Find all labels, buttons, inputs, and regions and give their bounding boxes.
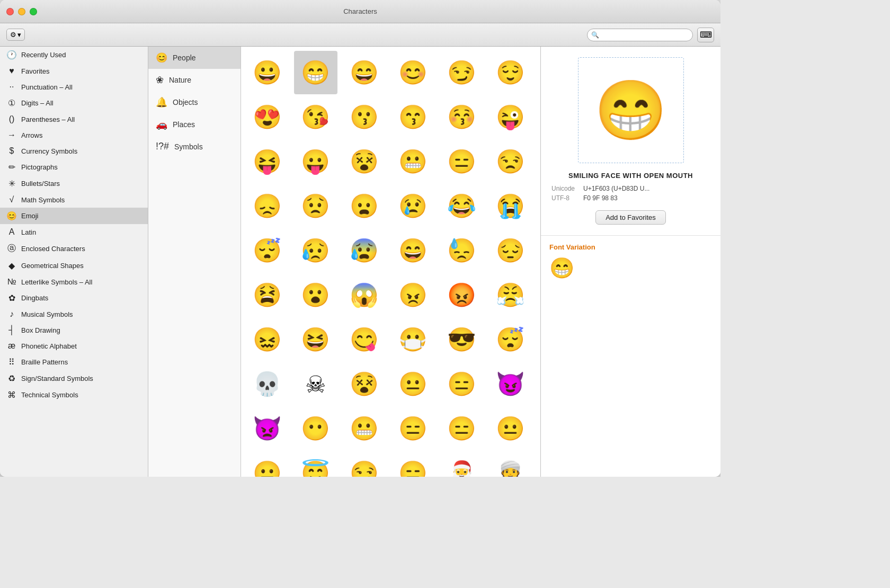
emoji-cell[interactable]: 🎅 [440, 451, 483, 477]
emoji-cell[interactable]: 😵 [343, 140, 386, 183]
emoji-cell[interactable]: 😇 [294, 451, 337, 477]
emoji-cell[interactable]: 😰 [343, 229, 386, 272]
sidebar-item-geometrical[interactable]: ◆ Geometrical Shapes [0, 257, 148, 274]
emoji-cell[interactable]: 😡 [440, 273, 483, 317]
emoji-cell[interactable]: 😐 [488, 407, 532, 450]
emoji-cell[interactable]: ☠ [294, 362, 337, 406]
emoji-cell[interactable]: 😐 [391, 362, 435, 406]
emoji-cell[interactable]: 😵 [343, 362, 386, 406]
emoji-cell[interactable]: 😑 [440, 140, 483, 183]
emoji-cell[interactable]: 😛 [294, 140, 337, 183]
emoji-cell[interactable]: 😄 [343, 51, 386, 94]
emoji-cell[interactable]: 😙 [391, 95, 435, 139]
emoji-cell[interactable]: 😷 [391, 318, 435, 361]
sidebar-item-phonetic[interactable]: æ Phonetic Alphabet [0, 338, 148, 354]
emoji-cell[interactable]: 😑 [440, 407, 483, 450]
cat-icon-symbols: !?# [156, 141, 169, 152]
emoji-cell[interactable]: 😢 [391, 184, 435, 228]
emoji-cell[interactable]: 😓 [440, 229, 483, 272]
sidebar-item-emoji[interactable]: 😊 Emoji [0, 208, 148, 224]
sidebar-item-recently-used[interactable]: 🕐 Recently Used [0, 47, 148, 63]
sidebar-item-digits[interactable]: ① Digits – All [0, 95, 148, 111]
emoji-cell[interactable]: 😏 [440, 51, 483, 94]
sidebar-item-dingbats[interactable]: ✿ Dingbats [0, 290, 148, 306]
sidebar-item-letterlike[interactable]: № Letterlike Symbols – All [0, 274, 148, 290]
sidebar-item-punctuation[interactable]: ·· Punctuation – All [0, 79, 148, 95]
emoji-grid-container[interactable]: 😀😁😄😊😏😌😍😘😗😙😚😜😝😛😵😬😑😒😞😟😦😢😂😭😴😥😰😄😓😔😫😮😱😠😡😤😖😆😋😷… [241, 47, 540, 477]
sidebar-icon-letterlike: № [6, 277, 17, 287]
emoji-cell[interactable]: 😒 [488, 140, 532, 183]
sidebar-item-math[interactable]: √ Math Symbols [0, 192, 148, 208]
keyboard-button[interactable]: ⌨ [697, 28, 714, 42]
emoji-cell[interactable]: 😶 [294, 407, 337, 450]
emoji-cell[interactable]: 😱 [343, 273, 386, 317]
category-item-nature[interactable]: ❀ Nature [148, 69, 241, 91]
emoji-cell[interactable]: 😁 [294, 51, 337, 94]
sidebar-item-sign-standard[interactable]: ♻ Sign/Standard Symbols [0, 370, 148, 387]
category-item-objects[interactable]: 🔔 Objects [148, 91, 241, 113]
emoji-cell[interactable]: 😀 [245, 51, 289, 94]
emoji-cell[interactable]: 😐 [245, 451, 289, 477]
emoji-cell[interactable]: 👿 [245, 407, 289, 450]
emoji-cell[interactable]: 😑 [391, 407, 435, 450]
emoji-cell[interactable]: 😠 [391, 273, 435, 317]
emoji-cell[interactable]: 😦 [343, 184, 386, 228]
search-input[interactable] [587, 29, 693, 41]
minimize-button[interactable] [18, 8, 25, 15]
sidebar-icon-technical: ⌘ [6, 390, 17, 400]
sidebar-item-braille[interactable]: ⠿ Braille Patterns [0, 354, 148, 370]
emoji-cell[interactable]: 😟 [294, 184, 337, 228]
sidebar-item-parentheses[interactable]: () Parentheses – All [0, 111, 148, 127]
sidebar-item-favorites[interactable]: ♥ Favorites [0, 63, 148, 79]
emoji-cell[interactable]: 😫 [245, 273, 289, 317]
emoji-cell[interactable]: 😮 [294, 273, 337, 317]
emoji-cell[interactable]: 😭 [488, 184, 532, 228]
close-button[interactable] [6, 8, 14, 15]
emoji-cell[interactable]: 😥 [294, 229, 337, 272]
emoji-cell[interactable]: 😗 [343, 95, 386, 139]
emoji-cell[interactable]: 😑 [391, 451, 435, 477]
emoji-cell[interactable]: 😴 [245, 229, 289, 272]
emoji-cell[interactable]: 😆 [294, 318, 337, 361]
emoji-cell[interactable]: 😜 [488, 95, 532, 139]
category-item-people[interactable]: 😊 People [148, 47, 241, 69]
emoji-cell[interactable]: 😞 [245, 184, 289, 228]
sidebar-item-enclosed[interactable]: ⓐ Enclosed Characters [0, 240, 148, 257]
sidebar-item-arrows[interactable]: → Arrows [0, 127, 148, 143]
emoji-cell[interactable]: 😈 [488, 362, 532, 406]
emoji-cell[interactable]: 😝 [245, 140, 289, 183]
sidebar-item-pictographs[interactable]: ✏ Pictographs [0, 159, 148, 175]
emoji-cell[interactable]: 😚 [440, 95, 483, 139]
emoji-cell[interactable]: 😬 [391, 140, 435, 183]
emoji-cell[interactable]: 😎 [440, 318, 483, 361]
emoji-cell[interactable]: 😬 [343, 407, 386, 450]
emoji-cell[interactable]: 😤 [488, 273, 532, 317]
emoji-cell[interactable]: 😑 [440, 362, 483, 406]
sidebar-item-bullets[interactable]: ✳ Bullets/Stars [0, 175, 148, 192]
sidebar-icon-latin: A [6, 227, 17, 237]
sidebar-item-musical[interactable]: ♪ Musical Symbols [0, 306, 148, 322]
emoji-cell[interactable]: 😄 [391, 229, 435, 272]
add-to-favorites-button[interactable]: Add to Favorites [595, 210, 666, 225]
emoji-cell[interactable]: 💀 [245, 362, 289, 406]
emoji-cell[interactable]: 😘 [294, 95, 337, 139]
emoji-cell[interactable]: 😂 [440, 184, 483, 228]
category-item-places[interactable]: 🚗 Places [148, 113, 241, 136]
sidebar-item-currency[interactable]: $ Currency Symbols [0, 143, 148, 159]
emoji-cell[interactable]: 😴 [488, 318, 532, 361]
category-list: 😊 People ❀ Nature 🔔 Objects 🚗 Places !?#… [148, 47, 241, 477]
maximize-button[interactable] [30, 8, 37, 15]
emoji-cell[interactable]: 👳 [488, 451, 532, 477]
gear-button[interactable]: ⚙ ▾ [6, 29, 25, 41]
emoji-cell[interactable]: 😖 [245, 318, 289, 361]
emoji-cell[interactable]: 😍 [245, 95, 289, 139]
sidebar-item-technical[interactable]: ⌘ Technical Symbols [0, 387, 148, 403]
sidebar-item-box-drawing[interactable]: ┤ Box Drawing [0, 322, 148, 338]
category-item-symbols[interactable]: !?# Symbols [148, 136, 241, 157]
emoji-cell[interactable]: 😊 [391, 51, 435, 94]
emoji-cell[interactable]: 😋 [343, 318, 386, 361]
sidebar-item-latin[interactable]: A Latin [0, 224, 148, 240]
emoji-cell[interactable]: 😏 [343, 451, 386, 477]
emoji-cell[interactable]: 😌 [488, 51, 532, 94]
emoji-cell[interactable]: 😔 [488, 229, 532, 272]
